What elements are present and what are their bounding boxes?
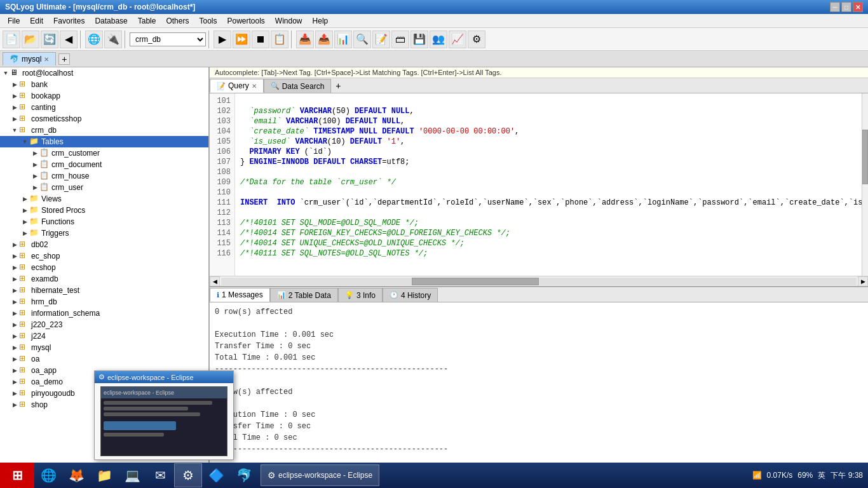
start-button[interactable]: ⊞ [0, 463, 34, 488]
toolbar-schema[interactable]: 🗃 [391, 30, 409, 48]
taskbar-email[interactable]: ✉ [146, 463, 174, 487]
maximize-button[interactable]: □ [841, 2, 851, 12]
toolbar-back[interactable]: ◀ [60, 30, 78, 48]
info-schema-expand[interactable]: ▶ [10, 309, 19, 318]
tree-db-cosmeticsshop[interactable]: ▶ ⊞ cosmeticsshop [0, 113, 208, 125]
tables-expand[interactable]: ▼ [20, 137, 29, 146]
j224-expand[interactable]: ▶ [10, 332, 19, 341]
bookapp-expand[interactable]: ▶ [10, 92, 19, 100]
new-session-tab-button[interactable]: + [58, 53, 70, 65]
code-editor[interactable]: 101 102 103 104 105 106 107 108 109 110 … [210, 93, 868, 276]
new-query-tab-button[interactable]: + [332, 80, 344, 92]
tab-query[interactable]: 📝 Query ✕ [210, 79, 264, 93]
menu-others[interactable]: Others [161, 15, 194, 27]
taskbar-folder[interactable]: 📁 [90, 463, 118, 487]
tree-db-j224[interactable]: ▶ ⊞ j224 [0, 330, 208, 342]
tree-db-bookapp[interactable]: ▶ ⊞ bookapp [0, 90, 208, 102]
toolbar-open[interactable]: 📂 [22, 30, 39, 48]
tree-table-crm-customer[interactable]: ▶ 📋 crm_customer [0, 147, 208, 159]
toolbar-globe[interactable]: 🌐 [85, 30, 103, 48]
tree-db-hibernate[interactable]: ▶ ⊞ hibernate_test [0, 285, 208, 296]
tree-node-tables[interactable]: ▼ 📁 Tables [0, 136, 208, 147]
menu-window[interactable]: Window [270, 15, 308, 27]
stored-procs-expand[interactable]: ▶ [20, 206, 29, 215]
tree-db-db02[interactable]: ▶ ⊞ db02 [0, 239, 208, 250]
tree-db-hrm[interactable]: ▶ ⊞ hrm_db [0, 296, 208, 308]
tree-table-crm-house[interactable]: ▶ 📋 crm_house [0, 170, 208, 182]
tree-db-mysql[interactable]: ▶ ⊞ mysql [0, 342, 208, 353]
toolbar-new[interactable]: 📄 [3, 30, 20, 48]
session-tab-mysql[interactable]: 🐬 mysql ✕ [3, 52, 56, 65]
ecshop-expand[interactable]: ▶ [10, 263, 19, 272]
shop-expand[interactable]: ▶ [10, 400, 19, 409]
hscroll-right[interactable]: ▶ [858, 276, 868, 287]
tree-table-crm-document[interactable]: ▶ 📋 crm_document [0, 159, 208, 170]
taskbar-computer[interactable]: 💻 [118, 463, 146, 487]
tree-node-views[interactable]: ▶ 📁 Views [0, 193, 208, 205]
tree-db-information-schema[interactable]: ▶ ⊞ information_schema [0, 308, 208, 319]
db-selector[interactable]: crm_db bank bookapp db02 [130, 32, 206, 46]
menu-powertools[interactable]: Powertools [222, 15, 269, 27]
toolbar-import[interactable]: 📥 [296, 30, 314, 48]
crm-document-expand[interactable]: ▶ [31, 160, 39, 169]
tree-db-ec-shop[interactable]: ▶ ⊞ ec_shop [0, 250, 208, 262]
crm-customer-expand[interactable]: ▶ [31, 149, 39, 158]
session-tab-close[interactable]: ✕ [44, 56, 49, 63]
oa-expand[interactable]: ▶ [10, 355, 19, 363]
db02-expand[interactable]: ▶ [10, 240, 19, 249]
bank-expand[interactable]: ▶ [10, 80, 19, 89]
tree-db-bank[interactable]: ▶ ⊞ bank [0, 79, 208, 90]
minimize-button[interactable]: ─ [830, 2, 840, 12]
query-tab-close[interactable]: ✕ [252, 83, 257, 90]
tree-db-oa[interactable]: ▶ ⊞ oa [0, 353, 208, 365]
taskbar-settings[interactable]: ⚙ [174, 463, 202, 487]
taskbar-app2[interactable]: 🐬 [230, 463, 258, 487]
tree-db-ecshop[interactable]: ▶ ⊞ ecshop [0, 262, 208, 273]
result-tab-history[interactable]: 🕐 4 History [383, 288, 438, 302]
menu-favorites[interactable]: Favorites [48, 15, 90, 27]
tree-node-triggers[interactable]: ▶ 📁 Triggers [0, 227, 208, 239]
root-expand-icon[interactable]: ▼ [1, 69, 10, 78]
canting-expand[interactable]: ▶ [10, 103, 19, 112]
tree-root[interactable]: ▼ 🖥 root@localhost [0, 67, 208, 79]
taskbar-app1[interactable]: 🔷 [202, 463, 230, 487]
oa-demo-expand[interactable]: ▶ [10, 377, 19, 386]
views-expand[interactable]: ▶ [20, 194, 29, 203]
menu-table[interactable]: Table [133, 15, 161, 27]
hibernate-expand[interactable]: ▶ [10, 286, 19, 295]
tree-node-stored-procs[interactable]: ▶ 📁 Stored Procs [0, 205, 208, 216]
crmdb-expand[interactable]: ▼ [10, 126, 19, 135]
hscroll-track[interactable] [221, 278, 857, 285]
tree-db-examdb[interactable]: ▶ ⊞ examdb [0, 273, 208, 285]
hrm-expand[interactable]: ▶ [10, 297, 19, 306]
pinyougou-expand[interactable]: ▶ [10, 389, 19, 398]
toolbar-refresh[interactable]: 🔄 [41, 30, 58, 48]
tree-db-j220[interactable]: ▶ ⊞ j220_223 [0, 319, 208, 330]
j220-expand[interactable]: ▶ [10, 320, 19, 329]
taskbar-eclipse-running[interactable]: ⚙ eclipse-workspace - Eclipse [261, 464, 379, 486]
toolbar-stop[interactable]: ⏹ [252, 30, 269, 48]
tree-db-crm-db[interactable]: ▼ ⊞ crm_db [0, 125, 208, 136]
editor-hscrollbar[interactable]: ◀ ▶ [210, 276, 868, 286]
crm-house-expand[interactable]: ▶ [31, 172, 39, 180]
editor-vscrollbar[interactable] [862, 93, 868, 276]
menu-edit[interactable]: Edit [25, 15, 48, 27]
toolbar-explain[interactable]: 📋 [271, 30, 288, 48]
tree-db-canting[interactable]: ▶ ⊞ canting [0, 102, 208, 113]
functions-expand[interactable]: ▶ [20, 217, 29, 226]
toolbar-users[interactable]: 👥 [430, 30, 447, 48]
toolbar-execute[interactable]: ▶ [214, 30, 231, 48]
ec-shop-expand[interactable]: ▶ [10, 252, 19, 261]
toolbar-data[interactable]: 📊 [334, 30, 352, 48]
menu-file[interactable]: File [3, 15, 25, 27]
code-content[interactable]: `password` VARCHAR(50) DEFAULT NULL, `em… [235, 93, 862, 276]
editor-vscrollbar-thumb[interactable] [862, 130, 868, 184]
tab-data-search[interactable]: 🔍 Data Search [264, 79, 332, 93]
result-tab-tabledata[interactable]: 📊 2 Table Data [270, 288, 338, 302]
mysql-expand[interactable]: ▶ [10, 343, 19, 352]
toolbar-settings[interactable]: ⚙ [468, 30, 485, 48]
toolbar-perf[interactable]: 📈 [449, 30, 466, 48]
taskbar-firefox[interactable]: 🦊 [62, 463, 90, 487]
examdb-expand[interactable]: ▶ [10, 274, 19, 283]
toolbar-connect[interactable]: 🔌 [104, 30, 122, 48]
